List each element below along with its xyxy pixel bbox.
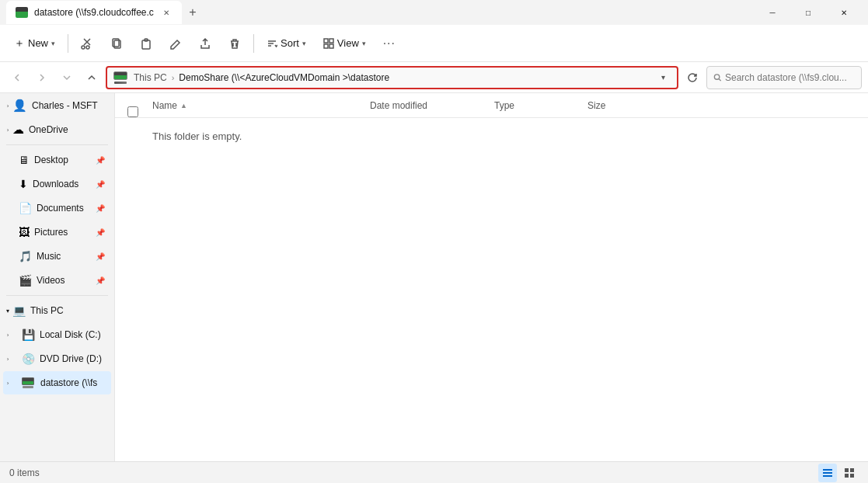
downloads-icon: ⬇ — [19, 178, 28, 190]
sidebar-divider-1 — [6, 144, 108, 145]
col-size-label: Size — [587, 100, 605, 111]
rename-button[interactable] — [162, 30, 190, 57]
datastore-drive-icon — [22, 377, 36, 388]
paste-button[interactable] — [132, 30, 160, 57]
address-bar[interactable]: This PC › DemoShare (\\<AzureCloudVMDoma… — [106, 66, 678, 89]
window-controls: ─ □ ✕ — [755, 0, 862, 25]
network-drive-icon — [113, 71, 129, 84]
refresh-button[interactable] — [682, 67, 703, 89]
new-label: New — [28, 37, 48, 49]
sidebar-label-thispc: This PC — [30, 305, 105, 316]
expand-arrow-charles: › — [3, 103, 12, 109]
expand-arrow-datastore: › — [3, 380, 12, 387]
forward-icon — [37, 73, 47, 82]
up-button[interactable] — [81, 67, 103, 89]
expand-arrow-localdisk: › — [3, 332, 12, 339]
svg-point-1 — [86, 46, 89, 49]
select-all-checkbox[interactable] — [127, 106, 138, 117]
empty-folder-message: This folder is empty. — [115, 118, 868, 155]
sidebar-item-desktop[interactable]: 🖥 Desktop 📌 — [3, 148, 111, 172]
svg-rect-11 — [823, 469, 832, 471]
documents-icon: 📄 — [19, 202, 32, 214]
sidebar-label-music: Music — [37, 251, 91, 262]
sidebar-label-dvddrive: DVD Drive (D:) — [40, 353, 105, 364]
sidebar-item-onedrive[interactable]: › ☁ OneDrive — [3, 118, 111, 141]
breadcrumb-demoshare[interactable]: DemoShare (\\<AzureCloudVMDomain >\datas… — [179, 72, 389, 83]
items-count: 0 items — [9, 467, 40, 478]
sidebar-label-desktop: Desktop — [34, 155, 91, 165]
col-header-name[interactable]: Name ▲ — [146, 93, 364, 117]
delete-button[interactable] — [221, 30, 249, 57]
svg-rect-14 — [845, 468, 849, 472]
sort-icon — [267, 38, 277, 49]
col-header-type[interactable]: Type — [488, 93, 581, 117]
col-header-size[interactable]: Size — [581, 93, 643, 117]
sidebar-item-downloads[interactable]: ⬇ Downloads 📌 — [3, 172, 111, 196]
charles-icon: 👤 — [12, 99, 27, 113]
col-header-date[interactable]: Date modified — [364, 93, 488, 117]
toolbar: ＋ New ▾ Sort ▾ View ▾ ··· — [0, 25, 868, 62]
svg-rect-17 — [850, 474, 854, 478]
column-headers: Name ▲ Date modified Type Size — [115, 93, 868, 118]
search-input[interactable] — [725, 72, 855, 83]
expand-arrow-thispc: ▾ — [3, 308, 12, 314]
tab-close-button[interactable]: ✕ — [160, 6, 173, 19]
content-pane: Name ▲ Date modified Type Size This fold… — [115, 93, 868, 461]
localdisk-icon: 💾 — [22, 328, 35, 341]
share-button[interactable] — [191, 30, 219, 57]
svg-rect-6 — [324, 39, 328, 43]
search-box[interactable] — [706, 66, 862, 89]
new-button[interactable]: ＋ New ▾ — [6, 30, 63, 57]
details-view-icon — [822, 467, 833, 478]
svg-rect-7 — [329, 39, 333, 43]
forward-button[interactable] — [31, 67, 53, 89]
col-name-label: Name — [152, 100, 177, 111]
details-view-button[interactable] — [818, 464, 837, 482]
maximize-button[interactable]: □ — [790, 0, 826, 25]
svg-rect-12 — [823, 472, 832, 474]
sidebar-item-music[interactable]: 🎵 Music 📌 — [3, 245, 111, 268]
addressbar-dropdown-icon[interactable]: ▾ — [655, 67, 671, 89]
svg-rect-8 — [324, 44, 328, 48]
close-button[interactable]: ✕ — [826, 0, 862, 25]
pin-icon-pictures: 📌 — [96, 228, 105, 237]
expand-arrow-dvddrive: › — [3, 356, 12, 363]
pin-icon-music: 📌 — [96, 252, 105, 261]
more-button[interactable]: ··· — [375, 30, 403, 57]
copy-button[interactable] — [103, 30, 131, 57]
recent-button[interactable] — [56, 67, 78, 89]
breadcrumb-this-pc[interactable]: This PC — [134, 72, 167, 83]
header-checkbox[interactable] — [127, 106, 146, 117]
tiles-view-button[interactable] — [840, 464, 859, 482]
paste-icon — [140, 37, 152, 50]
sidebar-label-documents: Documents — [37, 203, 91, 214]
sidebar-item-dvddrive[interactable]: › 💿 DVD Drive (D:) — [3, 347, 111, 370]
back-button[interactable] — [6, 67, 28, 89]
breadcrumb-sep-1: › — [172, 73, 175, 82]
sidebar-item-localdisk[interactable]: › 💾 Local Disk (C:) — [3, 323, 111, 346]
sidebar-item-thispc[interactable]: ▾ 💻 This PC — [3, 299, 111, 322]
sort-button[interactable]: Sort ▾ — [259, 30, 314, 57]
sidebar-label-pictures: Pictures — [34, 227, 91, 238]
empty-text: This folder is empty. — [152, 130, 242, 142]
pin-icon-videos: 📌 — [96, 276, 105, 285]
sidebar-item-videos[interactable]: 🎬 Videos 📌 — [3, 269, 111, 292]
minimize-button[interactable]: ─ — [755, 0, 790, 25]
sidebar-item-charles[interactable]: › 👤 Charles - MSFT — [3, 94, 111, 117]
cut-button[interactable] — [73, 30, 101, 57]
toolbar-divider-1 — [68, 34, 68, 53]
onedrive-icon: ☁ — [12, 123, 24, 137]
view-button[interactable]: View ▾ — [315, 30, 374, 57]
svg-rect-15 — [850, 468, 854, 472]
toolbar-divider-2 — [253, 34, 254, 53]
new-tab-button[interactable]: + — [182, 2, 204, 23]
sidebar-item-documents[interactable]: 📄 Documents 📌 — [3, 196, 111, 220]
browser-tab[interactable]: datastore (\\fs9.cloudcoffee.c ✕ — [6, 1, 182, 24]
svg-point-10 — [714, 74, 719, 78]
sidebar-item-pictures[interactable]: 🖼 Pictures 📌 — [3, 221, 111, 244]
videos-icon: 🎬 — [19, 274, 32, 287]
pin-icon-documents: 📌 — [96, 204, 105, 213]
pin-icon-downloads: 📌 — [96, 180, 105, 189]
up-icon — [87, 73, 96, 82]
sidebar-item-datastore[interactable]: › datastore (\\fs — [3, 371, 111, 394]
